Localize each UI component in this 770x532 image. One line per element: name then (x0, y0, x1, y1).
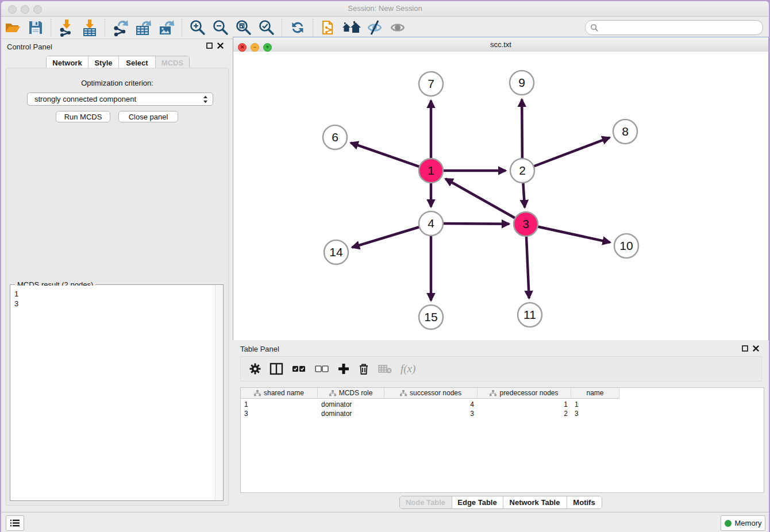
table-row[interactable]: 1 dominator 4 1 1 (241, 400, 619, 409)
graph-node-label: 7 (428, 77, 434, 90)
show-panels-menu-button[interactable] (6, 515, 24, 531)
import-table-icon[interactable] (78, 18, 101, 37)
close-panel-button[interactable]: Close panel (118, 111, 178, 122)
graph-edge-2-9[interactable] (522, 99, 522, 160)
graph-node-8[interactable]: 8 (613, 119, 637, 144)
tab-network[interactable]: Network (47, 56, 88, 69)
column-header-shared-name[interactable]: shared name (241, 388, 318, 399)
result-scrollbar[interactable] (215, 286, 222, 500)
close-panel-icon[interactable] (217, 43, 224, 49)
cell-predecessor-nodes: 2 (478, 409, 571, 418)
close-table-panel-icon[interactable] (753, 345, 759, 352)
graph-edge-3-1[interactable] (445, 179, 516, 218)
graph-node-10[interactable]: 10 (614, 234, 638, 258)
network-from-file-icon[interactable] (317, 18, 340, 37)
graph-edge-3-11[interactable] (526, 235, 529, 298)
add-column-icon[interactable] (337, 363, 350, 375)
tab-mcds[interactable]: MCDS (156, 56, 189, 69)
graph-edge-2-8[interactable] (533, 137, 610, 167)
tab-edge-table[interactable]: Edge Table (452, 496, 503, 508)
deselect-all-rows-icon[interactable] (314, 363, 329, 375)
float-panel-icon[interactable] (206, 43, 213, 49)
table-tabs: Node Table Edge Table Network Table Moti… (233, 496, 768, 509)
export-network-icon[interactable] (109, 18, 132, 37)
open-folder-icon[interactable] (1, 18, 24, 37)
table-row[interactable]: 3 dominator 3 2 3 (241, 409, 619, 418)
zoom-in-icon[interactable] (186, 18, 209, 37)
run-mcds-button[interactable]: Run MCDS (56, 111, 110, 122)
column-header-name[interactable]: name (571, 388, 619, 399)
graph-node-7[interactable]: 7 (419, 72, 443, 96)
graph-edge-4-3[interactable] (442, 223, 509, 224)
search-icon (590, 24, 599, 32)
graph-node-11[interactable]: 11 (518, 303, 542, 327)
tab-node-table[interactable]: Node Table (400, 496, 452, 508)
zoom-fit-icon[interactable] (232, 18, 255, 37)
table-panel-title: Table Panel (240, 345, 279, 353)
network-canvas[interactable]: 7968124314101511 (233, 52, 768, 340)
column-header-mcds-role[interactable]: MCDS role (318, 388, 384, 399)
optimization-criterion-select[interactable]: strongly connected component (27, 92, 213, 106)
refresh-icon[interactable] (286, 18, 309, 37)
show-all-icon[interactable] (386, 18, 409, 37)
list-icon (10, 519, 20, 527)
search-input[interactable] (599, 23, 758, 32)
graph-node-2[interactable]: 2 (510, 159, 534, 183)
import-network-icon[interactable] (55, 18, 78, 37)
zoom-selected-icon[interactable] (255, 18, 278, 37)
select-all-rows-icon[interactable] (291, 363, 306, 375)
mcds-panel: Optimization criterion: strongly connect… (6, 68, 229, 506)
save-icon[interactable] (24, 18, 47, 37)
mcds-result-box: MCDS result (2 nodes) 1 3 (10, 284, 224, 501)
graph-node-4[interactable]: 4 (419, 211, 443, 236)
graph-node-1[interactable]: 1 (419, 159, 443, 183)
function-builder-icon: f(x) (401, 363, 415, 375)
delete-column-trash-icon[interactable] (358, 363, 369, 375)
export-image-icon[interactable] (155, 18, 178, 37)
table-header-row: shared name MCDS role successor nodes pr… (241, 388, 619, 399)
tab-style[interactable]: Style (88, 56, 119, 69)
graph-edge-1-6[interactable] (351, 143, 421, 167)
tab-select[interactable]: Select (119, 56, 156, 69)
toolbar-separator (105, 19, 106, 36)
hide-selected-icon[interactable] (363, 18, 386, 37)
home-neighbors-icon[interactable] (340, 18, 363, 37)
table-settings-gear-icon[interactable] (249, 363, 261, 375)
graph-edge-2-3[interactable] (523, 182, 525, 207)
cell-mcds-role: dominator (318, 400, 384, 409)
search-box[interactable] (585, 20, 763, 35)
show-column-panel-icon[interactable] (270, 363, 283, 375)
app-titlebar: Session: New Session (1, 1, 769, 17)
graph-svg: 7968124314101511 (233, 52, 767, 339)
mcds-result-list[interactable]: 1 3 (11, 286, 215, 500)
float-table-panel-icon[interactable] (742, 345, 748, 352)
control-panel-header: Control Panel (1, 39, 232, 54)
column-header-successor-nodes[interactable]: successor nodes (384, 388, 478, 399)
graph-node-label: 2 (519, 164, 526, 177)
delete-table-icon (378, 363, 392, 375)
column-type-icon (490, 390, 496, 396)
cell-shared-name: 1 (241, 400, 318, 409)
export-table-icon[interactable] (132, 18, 155, 37)
control-panel-title: Control Panel (7, 43, 52, 51)
graph-node-9[interactable]: 9 (510, 71, 534, 95)
toolbar-separator (182, 19, 183, 36)
cell-mcds-role: dominator (318, 409, 384, 418)
result-line: 3 (14, 299, 215, 309)
graph-node-3[interactable]: 3 (514, 212, 538, 236)
network-window-titlebar[interactable]: ✕−+ scc.txt (233, 37, 768, 52)
zoom-out-icon[interactable] (209, 18, 232, 37)
memory-button[interactable]: Memory (721, 515, 765, 531)
tab-motifs[interactable]: Motifs (567, 496, 602, 508)
optimization-criterion-label: Optimization criterion: (6, 79, 228, 87)
cell-predecessor-nodes: 1 (478, 400, 571, 409)
table-toolbar: f(x) (240, 356, 762, 381)
graph-edge-4-14[interactable] (352, 227, 421, 248)
graph-node-label: 1 (428, 164, 434, 177)
graph-node-14[interactable]: 14 (324, 240, 348, 264)
graph-edge-3-10[interactable] (537, 226, 610, 242)
column-header-predecessor-nodes[interactable]: predecessor nodes (478, 388, 571, 399)
tab-network-table[interactable]: Network Table (503, 496, 567, 508)
graph-node-15[interactable]: 15 (419, 305, 443, 329)
graph-node-6[interactable]: 6 (323, 125, 347, 149)
